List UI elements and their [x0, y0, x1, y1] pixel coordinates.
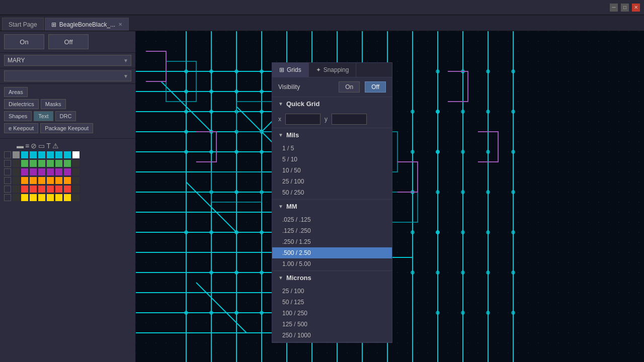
palette-swatch-yellow-4[interactable]	[47, 194, 54, 201]
palette-swatch-dark-3[interactable]	[13, 168, 20, 175]
palette-swatch-red-6[interactable]	[64, 186, 71, 193]
text-icon[interactable]: T	[46, 142, 51, 150]
mils-header[interactable]: ▼ Mils	[272, 128, 392, 142]
palette-swatch-cyan-3[interactable]	[38, 151, 45, 158]
palette-swatch-red-4[interactable]	[47, 186, 54, 193]
palette-swatch-orange-6[interactable]	[64, 177, 71, 184]
palette-swatch-dark-7[interactable]	[13, 186, 20, 193]
microns-item-0[interactable]: 25 / 100	[272, 286, 392, 297]
palette-swatch-red-1[interactable]	[21, 186, 28, 193]
stack-icon[interactable]: ≡	[25, 142, 29, 150]
grids-tab[interactable]: ⊞ Grids	[272, 63, 309, 77]
palette-check-3[interactable]	[4, 177, 11, 184]
palette-swatch-green-4[interactable]	[47, 160, 54, 167]
palette-swatch-dark-9[interactable]	[13, 194, 20, 201]
palette-check-4[interactable]	[4, 186, 11, 193]
palette-check-5[interactable]	[4, 194, 11, 201]
tab-start[interactable]: Start Page	[2, 18, 44, 31]
y-input[interactable]	[332, 114, 367, 125]
off-button[interactable]: Off	[48, 34, 89, 49]
palette-swatch-dark-6[interactable]	[72, 177, 79, 184]
maximize-button[interactable]: □	[621, 4, 629, 12]
x-input[interactable]	[285, 114, 320, 125]
palette-swatch-green-2[interactable]	[30, 160, 37, 167]
palette-swatch-green-3[interactable]	[38, 160, 45, 167]
mils-item-4[interactable]: 50 / 250	[272, 187, 392, 198]
tab-close-icon[interactable]: ✕	[118, 22, 122, 27]
palette-swatch-dark-4[interactable]	[72, 168, 79, 175]
mm-item-3[interactable]: .500 / 2.50	[272, 247, 392, 258]
visibility-on-button[interactable]: On	[339, 81, 360, 93]
quick-grid-header[interactable]: ▼ Quick Grid	[272, 97, 392, 111]
palette-swatch-orange-2[interactable]	[30, 177, 37, 184]
palette-swatch-green-1[interactable]	[21, 160, 28, 167]
snapping-tab[interactable]: ✦ Snapping	[309, 63, 357, 77]
palette-swatch-orange-4[interactable]	[47, 177, 54, 184]
close-button[interactable]: ✕	[632, 4, 640, 12]
palette-swatch-cyan-6[interactable]	[64, 151, 71, 158]
mils-item-1[interactable]: 5 / 10	[272, 154, 392, 165]
palette-swatch-cyan-5[interactable]	[55, 151, 62, 158]
palette-swatch-cyan-1[interactable]	[21, 151, 28, 158]
text-button[interactable]: Text	[34, 111, 53, 121]
mils-item-3[interactable]: 25 / 100	[272, 176, 392, 187]
palette-swatch-red-5[interactable]	[55, 186, 62, 193]
palette-swatch-purple-5[interactable]	[55, 168, 62, 175]
rect-icon[interactable]: ▭	[38, 142, 45, 150]
palette-swatch-purple-2[interactable]	[30, 168, 37, 175]
mm-item-4[interactable]: 1.00 / 5.00	[272, 258, 392, 269]
mm-item-2[interactable]: .250 / 1.25	[272, 236, 392, 247]
palette-check-0[interactable]	[4, 151, 11, 158]
palette-swatch-yellow-3[interactable]	[38, 194, 45, 201]
palette-swatch-dark-10[interactable]	[72, 194, 79, 201]
mils-item-2[interactable]: 10 / 50	[272, 165, 392, 176]
palette-swatch-orange-1[interactable]	[21, 177, 28, 184]
mils-item-0[interactable]: 1 / 5	[272, 143, 392, 154]
circle-icon[interactable]: ⊘	[31, 142, 37, 150]
palette-swatch-yellow-5[interactable]	[55, 194, 62, 201]
on-button[interactable]: On	[4, 34, 44, 49]
palette-swatch-dark-8[interactable]	[72, 186, 79, 193]
palette-swatch-green-6[interactable]	[64, 160, 71, 167]
palette-check-2[interactable]	[4, 168, 11, 175]
dielectrics-button[interactable]: Dielectrics	[4, 99, 39, 109]
palette-swatch-yellow-2[interactable]	[30, 194, 37, 201]
masks-button[interactable]: Masks	[41, 99, 66, 109]
palette-swatch-dark[interactable]	[13, 160, 20, 167]
microns-header[interactable]: ▼ Microns	[272, 271, 392, 285]
shapes-button[interactable]: Shapes	[4, 111, 32, 121]
e-keepout-button[interactable]: e Keepout	[4, 123, 38, 133]
areas-button[interactable]: Areas	[4, 87, 28, 97]
palette-swatch-yellow-1[interactable]	[21, 194, 28, 201]
palette-swatch-purple-6[interactable]	[64, 168, 71, 175]
palette-swatch-purple-3[interactable]	[38, 168, 45, 175]
palette-swatch-purple-4[interactable]	[47, 168, 54, 175]
palette-swatch-cyan-4[interactable]	[47, 151, 54, 158]
mm-item-0[interactable]: .025 / .125	[272, 214, 392, 225]
layer-dropdown-2[interactable]	[4, 70, 131, 81]
palette-swatch-red-2[interactable]	[30, 186, 37, 193]
palette-swatch-dark-5[interactable]	[13, 177, 20, 184]
pkg-keepout-button[interactable]: Package Keepout	[40, 123, 93, 133]
palette-swatch-orange-5[interactable]	[55, 177, 62, 184]
microns-item-3[interactable]: 125 / 500	[272, 319, 392, 330]
palette-swatch-yellow-6[interactable]	[64, 194, 71, 201]
palette-swatch-gray[interactable]	[13, 151, 20, 158]
microns-item-1[interactable]: 50 / 125	[272, 297, 392, 308]
mm-item-1[interactable]: .125 / .250	[272, 225, 392, 236]
palette-swatch-orange-3[interactable]	[38, 177, 45, 184]
palette-swatch-cyan-2[interactable]	[30, 151, 37, 158]
palette-swatch-purple-1[interactable]	[21, 168, 28, 175]
mm-header[interactable]: ▼ MM	[272, 200, 392, 213]
minimize-button[interactable]: ─	[610, 4, 618, 12]
visibility-off-button[interactable]: Off	[365, 81, 386, 93]
microns-item-2[interactable]: 100 / 250	[272, 308, 392, 319]
palette-swatch-dark-2[interactable]	[72, 160, 79, 167]
palette-swatch-white[interactable]	[72, 151, 79, 158]
drc-button[interactable]: DRC	[55, 111, 76, 121]
microns-item-4[interactable]: 250 / 1000	[272, 330, 392, 341]
warning-icon[interactable]: ⚠	[52, 142, 59, 150]
layer-dropdown[interactable]: MARY	[4, 55, 131, 66]
palette-check-1[interactable]	[4, 160, 11, 167]
tab-beagle[interactable]: ⊞ BeagleBoneBlack_... ✕	[45, 18, 129, 31]
